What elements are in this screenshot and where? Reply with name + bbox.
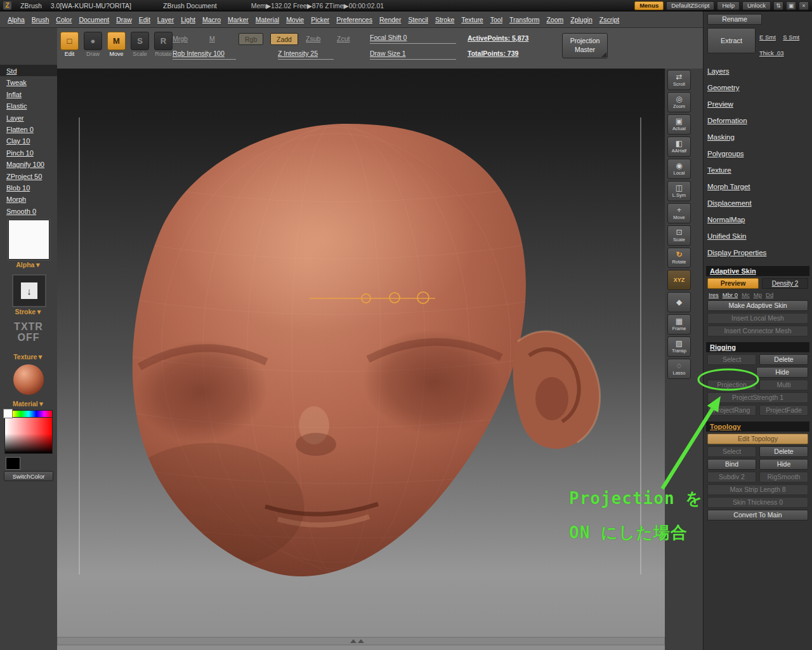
projection-master-button[interactable]: Projection Master bbox=[562, 33, 608, 58]
stroke-selector[interactable]: Stroke▼ bbox=[0, 308, 57, 315]
menus-button[interactable]: Menus bbox=[634, 1, 664, 10]
menu-item[interactable]: Color bbox=[56, 16, 72, 23]
edit-topology-button[interactable]: Edit Topology bbox=[707, 434, 808, 444]
subpalette-header[interactable]: Display Properties bbox=[707, 245, 808, 262]
canvas-tool-button[interactable]: ▣ Actual bbox=[667, 114, 691, 135]
close-icon[interactable]: × bbox=[799, 1, 809, 10]
material-selector[interactable]: Material▼ bbox=[0, 400, 57, 408]
insert-connector-mesh-button[interactable]: Insert Connector Mesh bbox=[707, 326, 808, 336]
brush-item[interactable]: Smooth 0 bbox=[0, 205, 57, 216]
adaptive-skin-header[interactable]: Adaptive Skin bbox=[706, 266, 809, 276]
stroke-thumbnail[interactable]: ↓ bbox=[12, 274, 46, 307]
canvas-tool-button[interactable]: ↻ Rotate bbox=[667, 248, 691, 268]
subpalette-header[interactable]: Polygroups bbox=[707, 146, 808, 162]
adaptive-skin-control[interactable]: Mc bbox=[742, 291, 750, 298]
switch-color-button[interactable]: SwitchColor bbox=[4, 471, 53, 481]
project-fade-button[interactable]: ProjectFade bbox=[759, 405, 808, 416]
tool-button[interactable]: □ Edit bbox=[58, 32, 81, 57]
density-slider[interactable]: Density 2 bbox=[762, 278, 808, 289]
help-button[interactable]: Help bbox=[717, 1, 740, 10]
subpalette-header[interactable]: Layers bbox=[707, 63, 808, 80]
rgb-toggle[interactable]: Rgb bbox=[239, 33, 263, 45]
document-canvas[interactable] bbox=[57, 69, 665, 650]
tool-button[interactable]: S Scale bbox=[129, 32, 151, 57]
canvas-tool-button[interactable]: ◫ L.Sym bbox=[667, 181, 691, 201]
alpha-thumbnail[interactable] bbox=[8, 220, 49, 260]
rigging-hide-button[interactable]: Hide bbox=[756, 367, 808, 378]
menu-item[interactable]: Document bbox=[79, 16, 109, 23]
esmt-slider[interactable]: E Smt bbox=[759, 34, 776, 41]
restore-window-icon[interactable]: ▣ bbox=[786, 1, 796, 10]
menu-item[interactable]: Light bbox=[181, 16, 195, 23]
subpalette-header[interactable]: Deformation bbox=[707, 113, 808, 129]
max-strip-length-slider[interactable]: Max Strip Length 8 bbox=[707, 484, 808, 495]
thick-slider[interactable]: Thick .03 bbox=[759, 50, 784, 56]
project-range-button[interactable]: ProjectRang bbox=[707, 405, 756, 416]
saturation-value-square[interactable] bbox=[4, 418, 53, 454]
texture-off-indicator[interactable]: TXTR OFF bbox=[0, 321, 57, 343]
menu-item[interactable]: Zscript bbox=[599, 16, 620, 23]
brush-item[interactable]: Morph bbox=[0, 193, 57, 204]
project-strength-slider[interactable]: ProjectStrength 1 bbox=[707, 392, 808, 403]
canvas-tool-button[interactable]: + Move bbox=[667, 203, 691, 223]
canvas-scrollbar[interactable] bbox=[57, 637, 665, 645]
menu-item[interactable]: Preferences bbox=[336, 16, 372, 23]
rigging-select-button[interactable]: Select bbox=[707, 354, 756, 365]
canvas-tool-button[interactable]: ⇄ Scroll bbox=[667, 70, 691, 90]
subpalette-header[interactable]: Displacement bbox=[707, 196, 808, 212]
make-adaptive-skin-button[interactable]: Make Adaptive Skin bbox=[707, 300, 808, 311]
canvas-tool-button[interactable]: ◧ AAHalf bbox=[667, 136, 691, 157]
canvas-tool-button[interactable]: ◉ Local bbox=[667, 159, 691, 179]
topology-select-button[interactable]: Select bbox=[707, 446, 756, 457]
canvas-tool-button[interactable]: ◎ Zoom bbox=[667, 92, 691, 112]
shade-window-icon[interactable]: ⇅ bbox=[773, 1, 783, 10]
subpalette-header[interactable]: Morph Target bbox=[707, 179, 808, 196]
subdiv-slider[interactable]: Subdiv 2 bbox=[707, 472, 756, 482]
menu-item[interactable]: Layer bbox=[157, 16, 174, 23]
menu-item[interactable]: Zoom bbox=[546, 16, 563, 23]
unlock-button[interactable]: Unlock bbox=[742, 1, 771, 10]
menu-item[interactable]: Draw bbox=[116, 16, 132, 23]
alpha-selector[interactable]: Alpha▼ bbox=[0, 261, 57, 269]
menu-item[interactable]: Picker bbox=[311, 16, 329, 23]
adaptive-skin-control[interactable]: Mp bbox=[754, 291, 762, 298]
menu-item[interactable]: Stencil bbox=[408, 16, 428, 23]
canvas-tool-button[interactable]: XYZ bbox=[667, 270, 691, 290]
brush-item[interactable]: ZProject 50 bbox=[0, 170, 57, 182]
menu-item[interactable]: Alpha bbox=[8, 16, 25, 23]
menu-item[interactable]: Marker bbox=[228, 16, 249, 23]
adaptive-skin-control[interactable]: Ires bbox=[709, 291, 719, 298]
insert-local-mesh-button[interactable]: Insert Local Mesh bbox=[707, 313, 808, 324]
subpalette-header[interactable]: Geometry bbox=[707, 80, 808, 96]
main-color-swatch[interactable] bbox=[6, 457, 20, 470]
topology-bind-button[interactable]: Bind bbox=[707, 459, 756, 470]
preview-button[interactable]: Preview bbox=[707, 278, 759, 289]
zcut-toggle[interactable]: Zcut bbox=[337, 35, 350, 43]
brush-item[interactable]: Blob 10 bbox=[0, 182, 57, 193]
tool-button[interactable]: R Rotate bbox=[152, 32, 174, 57]
skin-thickness-slider[interactable]: Skin Thickness 0 bbox=[707, 497, 808, 508]
extract-button[interactable]: Extract bbox=[707, 28, 756, 53]
secondary-color-swatch[interactable] bbox=[3, 409, 13, 418]
rigging-projection-button[interactable]: Projection bbox=[707, 380, 756, 390]
brush-item[interactable]: Flatten 0 bbox=[0, 123, 57, 135]
subpalette-header[interactable]: Texture bbox=[707, 162, 808, 179]
focal-shift-slider[interactable]: Focal Shift 0 bbox=[370, 34, 456, 44]
draw-size-slider[interactable]: Draw Size 1 bbox=[370, 50, 456, 60]
subpalette-header[interactable]: Preview bbox=[707, 96, 808, 113]
brush-item[interactable]: Layer bbox=[0, 112, 57, 123]
menu-item[interactable]: Material bbox=[256, 16, 279, 23]
zadd-toggle[interactable]: Zadd bbox=[270, 33, 298, 45]
brush-item[interactable]: Clay 10 bbox=[0, 135, 57, 146]
menu-item[interactable]: Render bbox=[379, 16, 401, 23]
canvas-tool-button[interactable]: ▨ Transp bbox=[667, 336, 691, 357]
defaultzscript-button[interactable]: DefaultZScript bbox=[666, 1, 714, 10]
menu-item[interactable]: Brush bbox=[32, 16, 49, 23]
subpalette-header[interactable]: NormalMap bbox=[707, 212, 808, 229]
subpalette-header[interactable]: Unified Skin bbox=[707, 229, 808, 245]
rigsmooth-button[interactable]: RigSmooth bbox=[759, 472, 808, 482]
menu-item[interactable]: Zplugin bbox=[570, 16, 592, 23]
adaptive-skin-control[interactable]: Dd bbox=[766, 291, 773, 298]
topology-delete-button[interactable]: Delete bbox=[759, 446, 808, 457]
brush-item[interactable]: Elastic bbox=[0, 100, 57, 111]
